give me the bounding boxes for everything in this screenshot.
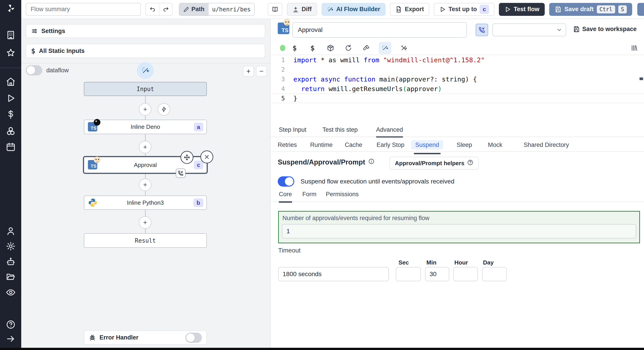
timeout-sec-input[interactable] [396, 267, 421, 281]
favorites-star-icon[interactable] [6, 48, 16, 58]
step-id-badge: b [194, 198, 203, 207]
folders-icon[interactable] [6, 272, 16, 282]
suspend-flow-toggle[interactable] [278, 176, 294, 186]
windmill-logo-icon[interactable] [6, 3, 16, 13]
save-draft-button[interactable]: Save draftCtrlS [549, 3, 632, 16]
audit-eye-icon[interactable] [6, 287, 16, 298]
schedules-icon[interactable] [6, 142, 16, 152]
help-circle-icon [467, 159, 474, 167]
flow-node-input[interactable]: Input [84, 82, 207, 96]
error-handler-row[interactable]: Error Handler [84, 330, 207, 345]
timeout-min-input[interactable]: 30 [425, 267, 449, 281]
runs-icon[interactable] [6, 93, 16, 103]
deploy-button-partial[interactable] [637, 3, 644, 16]
suspend-phone-button[interactable] [476, 24, 488, 36]
tab-test-this-step[interactable]: Test this step [322, 126, 358, 136]
script-version-select[interactable] [492, 23, 566, 36]
subtab-mock[interactable]: Mock [488, 141, 502, 152]
timeout-seconds-input[interactable]: 1800 seconds [278, 267, 389, 281]
format-brush-icon[interactable] [363, 44, 370, 52]
approval-prompt-helpers-button[interactable]: Approval/Prompt helpers [390, 157, 479, 170]
code-line: 2 [271, 65, 644, 74]
kbd-ctrl: Ctrl [597, 5, 615, 13]
zoom-out-button[interactable]: − [256, 66, 267, 77]
ai-assist-wand-button[interactable] [137, 62, 154, 79]
reload-icon[interactable] [345, 44, 352, 52]
resources-dollar-icon[interactable]: $ [310, 44, 314, 52]
flow-node-inline-deno[interactable]: TS Inline Deno a [84, 120, 207, 134]
subtab-shared-directory[interactable]: Shared Directory [524, 141, 569, 152]
home-icon[interactable] [6, 77, 16, 87]
subtab-core-active[interactable]: Core [279, 191, 292, 203]
variables-icon[interactable] [6, 109, 16, 120]
resources-icon[interactable] [6, 126, 16, 136]
code-line: 1 import * as wmill from "windmill-clien… [271, 55, 644, 65]
flow-settings-row[interactable]: Settings [26, 24, 265, 38]
help-icon[interactable] [6, 320, 16, 330]
suspend-approval-indicator [176, 169, 186, 178]
sidebar-divider [0, 68, 21, 68]
add-step-button[interactable]: + [139, 178, 152, 191]
users-icon[interactable] [6, 226, 16, 236]
subtab-permissions[interactable]: Permissions [326, 191, 359, 201]
save-to-workspace-button[interactable]: Save to workspace [573, 26, 636, 33]
test-up-to-button[interactable]: Test up toc [434, 3, 494, 16]
dataflow-label: dataflow [46, 67, 69, 74]
add-trigger-bolt-button[interactable] [158, 103, 170, 116]
code-editor[interactable]: 1 import * as wmill from "windmill-clien… [271, 55, 644, 122]
flow-node-result[interactable]: Result [84, 233, 207, 248]
editor-toolbar: $ $ [271, 41, 644, 55]
add-step-button[interactable]: + [139, 141, 152, 153]
flow-node-inline-python3[interactable]: Inline Python3 b [84, 195, 207, 210]
add-step-button[interactable]: + [139, 216, 152, 229]
subtab-retries[interactable]: Retries [278, 141, 297, 152]
docs-book-button[interactable] [268, 3, 282, 16]
dataflow-toggle[interactable] [26, 65, 42, 75]
expand-sidebar-arrow-icon[interactable] [6, 334, 16, 344]
workspace-icon[interactable] [6, 30, 16, 40]
export-button[interactable]: Export [390, 3, 429, 16]
subtab-form[interactable]: Form [302, 191, 316, 201]
info-icon[interactable] [368, 158, 374, 166]
subtab-suspend-active[interactable]: Suspend [415, 141, 439, 152]
all-static-inputs-row[interactable]: $ All Static Inputs [26, 44, 265, 58]
variables-dollar-icon[interactable]: $ [292, 44, 297, 52]
test-flow-button[interactable]: Test flow [499, 3, 545, 16]
subtab-early-stop[interactable]: Early Stop [376, 141, 404, 152]
workers-robot-icon[interactable] [6, 257, 16, 267]
scrollbar-ruler-mark[interactable] [640, 77, 643, 80]
timeout-day-input[interactable] [482, 267, 507, 281]
library-panel-icon[interactable] [630, 44, 638, 52]
bolt-icon [161, 107, 167, 112]
undo-icon [149, 6, 156, 12]
diff-button[interactable]: Diff [287, 3, 317, 16]
undo-button[interactable] [146, 3, 159, 15]
step-id-badge: c [194, 161, 203, 170]
step-name-input[interactable]: Approval [292, 22, 467, 38]
path-value: u/henri/bes [209, 3, 254, 15]
subtab-cache[interactable]: Cache [345, 141, 362, 152]
error-handler-toggle[interactable] [185, 333, 202, 343]
ai-assistant-wand-button-active[interactable] [379, 42, 391, 54]
ai-disabled-icon[interactable] [400, 44, 408, 52]
package-icon[interactable] [327, 44, 334, 52]
plus-minus-diff-icon [292, 6, 299, 13]
tab-step-input[interactable]: Step Input [279, 126, 306, 136]
timeout-hour-input[interactable] [453, 267, 478, 281]
ai-flow-builder-button[interactable]: AI Flow Builder [322, 3, 386, 16]
tab-advanced-active[interactable]: Advanced [376, 126, 403, 138]
approvals-required-label: Number of approvals/events required for … [282, 215, 429, 222]
add-step-button[interactable]: + [139, 103, 152, 116]
move-step-button[interactable] [180, 151, 194, 164]
approvals-required-input[interactable]: 1 [282, 224, 636, 238]
error-handler-label: Error Handler [100, 334, 138, 341]
subtab-sleep[interactable]: Sleep [456, 141, 472, 152]
path-button[interactable]: Path u/henri/bes [179, 3, 255, 16]
hour-label: Hour [454, 259, 468, 266]
flow-summary-input[interactable]: Flow summary [26, 3, 141, 16]
delete-step-button[interactable] [200, 151, 213, 164]
settings-gear-icon[interactable] [6, 241, 16, 251]
subtab-runtime[interactable]: Runtime [310, 141, 333, 152]
zoom-in-button[interactable]: + [243, 66, 254, 77]
redo-button[interactable] [159, 3, 172, 15]
